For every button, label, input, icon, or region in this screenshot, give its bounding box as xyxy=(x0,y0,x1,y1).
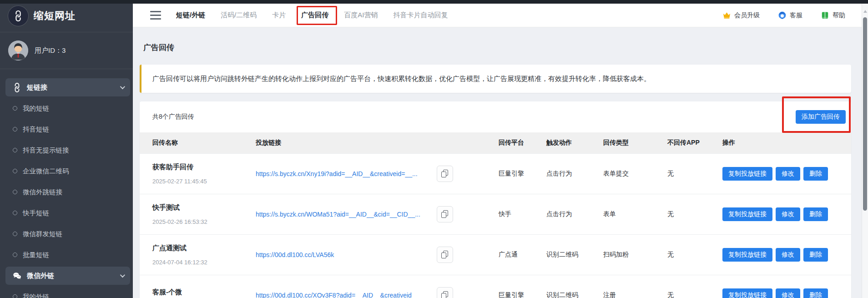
callback-trigger: 点击行为 xyxy=(546,154,603,194)
circle-bullet-icon xyxy=(13,190,17,194)
circle-bullet-icon xyxy=(13,253,17,257)
tracking-link[interactable]: https://00d.dl100.cc/LVA56k xyxy=(256,251,334,258)
callback-platform: 广点通 xyxy=(499,235,546,275)
sidebar-item-label: 批量短链 xyxy=(23,251,49,259)
app-logo[interactable]: 缩短网址 xyxy=(0,0,133,32)
sidebar-item-douyin-shortlink[interactable]: 抖音短链 xyxy=(0,119,133,140)
circle-bullet-icon xyxy=(13,294,17,298)
content-area: 短链/外链 活码/二维码 卡片 广告回传 百度AI营销 抖音卡片自动回复 会员升… xyxy=(133,0,868,298)
sidebar-item-label: 我的短链 xyxy=(23,104,49,113)
delete-button[interactable]: 删除 xyxy=(803,207,828,221)
hamburger-menu-icon[interactable] xyxy=(150,11,161,20)
scroll-up-arrow-icon[interactable] xyxy=(863,10,867,13)
tab-shortlink-outlink[interactable]: 短链/外链 xyxy=(176,11,205,20)
callback-type: 表单 xyxy=(603,194,667,234)
callback-name: 快手测试 xyxy=(152,203,180,212)
callback-name: 广点通测试 xyxy=(152,244,187,253)
circle-bullet-icon xyxy=(13,127,17,131)
sidebar-item-label: 微信外跳链接 xyxy=(23,188,62,197)
member-upgrade-link[interactable]: 会员升级 xyxy=(722,11,760,20)
copy-tracking-link-button[interactable]: 复制投放链接 xyxy=(722,248,772,262)
crown-icon xyxy=(722,11,731,20)
delete-button[interactable]: 删除 xyxy=(803,288,828,298)
callback-no-app: 无 xyxy=(667,275,722,298)
callback-no-app: 无 xyxy=(667,235,722,275)
user-info: 用户ID：3 xyxy=(0,32,133,69)
copy-link-button[interactable] xyxy=(437,287,453,298)
delete-button[interactable]: 删除 xyxy=(803,167,828,181)
callback-platform: 巨量引擎 xyxy=(499,154,546,194)
sidebar-item-label: 抖音短链 xyxy=(23,125,49,134)
table-row: 广点通测试2024-07-04 16:12:32 https://00d.dl1… xyxy=(140,234,851,275)
tracking-link[interactable]: https://00d.dl100.cc/XOv3F8?adid=__AID__… xyxy=(256,292,412,298)
callback-type: 表单提交 xyxy=(603,154,667,194)
table-row: 获客助手回传2025-02-27 11:45:45 https://s.bycz… xyxy=(140,153,851,194)
help-link[interactable]: 帮助 xyxy=(821,11,845,20)
chevron-down-icon xyxy=(120,273,125,278)
circle-bullet-icon xyxy=(13,211,17,215)
support-icon xyxy=(778,11,787,20)
top-navbar: 短链/外链 活码/二维码 卡片 广告回传 百度AI营销 抖音卡片自动回复 会员升… xyxy=(133,0,868,27)
col-header-no-app: 不回传APP xyxy=(667,139,722,147)
sidebar-item-douyin-noprompt[interactable]: 抖音无提示链接 xyxy=(0,140,133,161)
callback-type: 注册 xyxy=(603,275,667,298)
vertical-scrollbar[interactable] xyxy=(862,4,868,298)
sidebar-item-wecom-qrcode[interactable]: 企业微信二维码 xyxy=(0,161,133,182)
tracking-link[interactable]: https://s.byczk.cn/Xny19i?adid=__AID__&c… xyxy=(256,170,418,177)
copy-link-button[interactable] xyxy=(437,206,453,222)
table-toolbar: 共8个广告回传 添加广告回传 xyxy=(140,101,851,132)
tab-ad-callback[interactable]: 广告回传 xyxy=(301,11,328,20)
user-id-label: 用户ID：3 xyxy=(35,46,66,55)
app-root: 缩短网址 用户ID：3 短链接 xyxy=(0,0,868,298)
sidebar-item-batch-shortlink[interactable]: 批量短链 xyxy=(0,244,133,265)
sidebar-item-wechat-outlink[interactable]: 微信外链 xyxy=(5,267,130,285)
col-header-trigger: 触发动作 xyxy=(546,139,603,147)
sidebar: 缩短网址 用户ID：3 短链接 xyxy=(0,0,133,298)
tab-douyin-card-autoreply[interactable]: 抖音卡片自动回复 xyxy=(394,11,448,20)
description-note: 广告回传可以将用户访问跳转外链产生的转化动作上报到对应的广告平台，快速积累转化数… xyxy=(140,65,851,93)
copy-icon xyxy=(442,292,448,298)
callback-name: 获客助手回传 xyxy=(152,163,193,172)
tab-card[interactable]: 卡片 xyxy=(272,11,286,20)
edit-button[interactable]: 修改 xyxy=(776,167,800,181)
sidebar-item-shortlink[interactable]: 短链接 xyxy=(5,78,130,96)
sidebar-section-label: 微信外链 xyxy=(27,272,54,280)
sidebar-item-kuaishou-shortlink[interactable]: 快手短链 xyxy=(0,202,133,223)
sidebar-menu: 短链接 我的短链 抖音短链 抖音无提示链接 企业微信二维码 微信外跳链接 快手短… xyxy=(0,78,133,298)
copy-tracking-link-button[interactable]: 复制投放链接 xyxy=(722,288,772,298)
circle-bullet-icon xyxy=(13,169,17,173)
description-text: 广告回传可以将用户访问跳转外链产生的转化动作上报到对应的广告平台，快速积累转化数… xyxy=(152,75,651,83)
sidebar-item-my-outlinks[interactable]: 我的外链 xyxy=(0,286,133,298)
sidebar-item-my-shortlinks[interactable]: 我的短链 xyxy=(0,98,133,119)
add-callback-button[interactable]: 添加广告回传 xyxy=(796,110,846,124)
sidebar-item-wechat-jumplink[interactable]: 微信外跳链接 xyxy=(0,182,133,202)
callback-date: 2025-02-27 11:45:45 xyxy=(152,178,207,185)
callback-count: 共8个广告回传 xyxy=(152,113,194,121)
main-panel: 广告回传 广告回传可以将用户访问跳转外链产生的转化动作上报到对应的广告平台，快速… xyxy=(133,42,868,298)
sidebar-item-label: 微信群发短链 xyxy=(23,230,62,238)
wechat-outlink-submenu: 我的外链 xyxy=(0,286,133,298)
callback-trigger: 点击行为 xyxy=(546,194,603,234)
customer-service-link[interactable]: 客服 xyxy=(778,11,802,20)
sidebar-item-label: 企业微信二维码 xyxy=(23,167,69,176)
shortlink-submenu: 我的短链 抖音短链 抖音无提示链接 企业微信二维码 微信外跳链接 快手短链 微信… xyxy=(0,98,133,265)
copy-tracking-link-button[interactable]: 复制投放链接 xyxy=(722,207,772,221)
tab-livecode-qrcode[interactable]: 活码/二维码 xyxy=(221,11,257,20)
copy-link-button[interactable] xyxy=(437,247,453,263)
scrollbar-thumb[interactable] xyxy=(863,17,867,211)
edit-button[interactable]: 修改 xyxy=(776,248,800,262)
delete-button[interactable]: 删除 xyxy=(803,248,828,262)
window-top-strip xyxy=(0,0,868,4)
copy-tracking-link-button[interactable]: 复制投放链接 xyxy=(722,167,772,181)
callback-trigger: 识别二维码 xyxy=(546,275,603,298)
circle-bullet-icon xyxy=(13,148,17,152)
edit-button[interactable]: 修改 xyxy=(776,207,800,221)
avatar xyxy=(8,40,28,61)
tab-baidu-ai-marketing[interactable]: 百度AI营销 xyxy=(344,11,378,20)
col-header-type: 回传类型 xyxy=(603,139,667,147)
copy-icon xyxy=(442,251,448,258)
sidebar-item-wechat-group-shortlink[interactable]: 微信群发短链 xyxy=(0,223,133,244)
edit-button[interactable]: 修改 xyxy=(776,288,800,298)
copy-link-button[interactable] xyxy=(437,166,453,182)
tracking-link[interactable]: https://s.byczk.cn/WOMa51?aid=__AID__&ci… xyxy=(256,211,420,218)
